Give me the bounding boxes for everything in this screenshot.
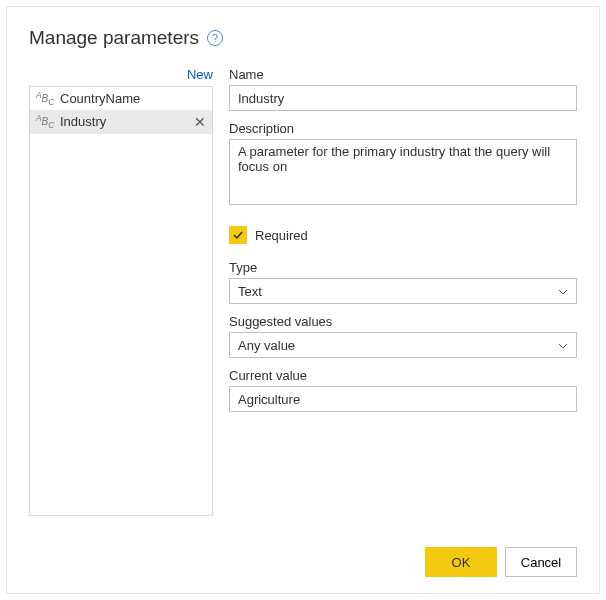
param-name-label: Industry	[60, 114, 188, 129]
chevron-down-icon	[558, 286, 568, 297]
dialog-title: Manage parameters	[29, 27, 199, 49]
name-label: Name	[229, 67, 577, 82]
suggested-value: Any value	[238, 338, 295, 353]
name-input[interactable]	[229, 85, 577, 111]
required-label: Required	[255, 228, 308, 243]
text-type-icon: ABC	[36, 90, 54, 107]
description-field-group: Description	[229, 121, 577, 208]
checkmark-icon	[232, 229, 244, 241]
parameter-list: ABC CountryName ABC Industry ✕	[29, 86, 213, 516]
manage-parameters-dialog: Manage parameters ? New ABC CountryName …	[6, 6, 600, 594]
current-value-label: Current value	[229, 368, 577, 383]
description-textarea[interactable]	[229, 139, 577, 205]
required-checkbox[interactable]	[229, 226, 247, 244]
left-column: New ABC CountryName ABC Industry ✕	[29, 67, 213, 516]
dialog-buttons: OK Cancel	[425, 547, 577, 577]
type-select[interactable]: Text	[229, 278, 577, 304]
ok-button[interactable]: OK	[425, 547, 497, 577]
text-type-icon: ABC	[36, 113, 54, 130]
dialog-header: Manage parameters ?	[29, 27, 577, 49]
suggested-select[interactable]: Any value	[229, 332, 577, 358]
current-value-input[interactable]	[229, 386, 577, 412]
type-value: Text	[238, 284, 262, 299]
new-parameter-link[interactable]: New	[29, 67, 213, 82]
cancel-button[interactable]: Cancel	[505, 547, 577, 577]
dialog-content: New ABC CountryName ABC Industry ✕ Name	[29, 67, 577, 516]
help-icon[interactable]: ?	[207, 30, 223, 46]
suggested-field-group: Suggested values Any value	[229, 314, 577, 358]
type-label: Type	[229, 260, 577, 275]
right-column: Name Description Required Type Text	[229, 67, 577, 516]
list-item[interactable]: ABC CountryName	[30, 87, 212, 110]
current-value-field-group: Current value	[229, 368, 577, 412]
param-name-label: CountryName	[60, 91, 206, 106]
chevron-down-icon	[558, 340, 568, 351]
required-field-group: Required	[229, 226, 577, 244]
list-item[interactable]: ABC Industry ✕	[30, 110, 212, 133]
close-icon[interactable]: ✕	[194, 115, 206, 129]
suggested-label: Suggested values	[229, 314, 577, 329]
name-field-group: Name	[229, 67, 577, 111]
type-field-group: Type Text	[229, 260, 577, 304]
description-label: Description	[229, 121, 577, 136]
